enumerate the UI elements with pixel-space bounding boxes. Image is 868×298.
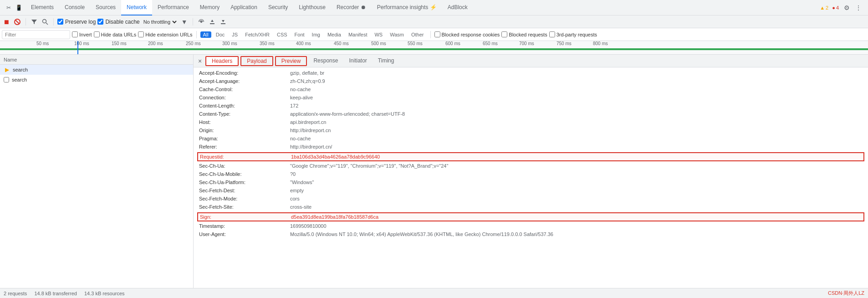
header-name-requestid: Requestid: xyxy=(200,154,291,159)
type-btn-wasm[interactable]: Wasm xyxy=(387,31,407,38)
header-value-user-agent: Mozilla/5.0 (Windows NT 10.0; Win64; x64… xyxy=(290,231,553,237)
third-party-checkbox[interactable]: 3rd-party requests xyxy=(549,31,597,37)
blocked-cookies-checkbox[interactable]: Blocked response cookies xyxy=(434,31,500,37)
detail-tab-response[interactable]: Response xyxy=(308,55,343,67)
hide-extension-urls-checkbox[interactable]: Hide extension URLs xyxy=(138,31,192,37)
tab-sources[interactable]: Sources xyxy=(90,0,121,15)
toolbar: ⏹ Preserve log Disable cache No throttli… xyxy=(0,15,868,28)
separator-2 xyxy=(53,18,54,26)
tab-application[interactable]: Application xyxy=(225,0,263,15)
request-checkbox-2[interactable] xyxy=(4,77,9,82)
header-row-referer: Referer: http://birdreport.cn/ xyxy=(194,143,868,151)
stop-recording-button[interactable]: ⏹ xyxy=(2,17,11,26)
request-name-1: search xyxy=(13,67,28,72)
invert-checkbox[interactable]: Invert xyxy=(72,31,92,37)
header-name-sec-fetch-dest: Sec-Fetch-Dest: xyxy=(199,188,290,193)
close-detail-button[interactable]: × xyxy=(195,57,204,66)
devtools-icon-1[interactable]: ✂ xyxy=(5,4,13,12)
tab-elements[interactable]: Elements xyxy=(26,0,59,15)
type-btn-img[interactable]: Img xyxy=(309,31,323,38)
header-name-cache-control: Cache-Control: xyxy=(199,87,290,92)
header-value-sec-ch-ua: "Google Chrome";v="119", "Chromium";v="1… xyxy=(290,163,448,169)
devtools-icon-2[interactable]: 📱 xyxy=(15,4,23,12)
type-btn-ws[interactable]: WS xyxy=(372,31,385,38)
type-btn-other[interactable]: Other xyxy=(408,31,427,38)
third-party-label: 3rd-party requests xyxy=(557,32,597,37)
filter-input[interactable] xyxy=(2,30,70,39)
tick-800ms: 800 ms xyxy=(593,41,608,46)
type-btn-font[interactable]: Font xyxy=(292,31,307,38)
type-btn-media[interactable]: Media xyxy=(325,31,344,38)
type-btn-js[interactable]: JS xyxy=(229,31,240,38)
header-row-sec-ch-ua: Sec-Ch-Ua: "Google Chrome";v="119", "Chr… xyxy=(194,162,868,170)
watermark: CSDN·周外人LZ xyxy=(828,290,864,296)
requests-count: 2 requests xyxy=(4,291,27,296)
clear-button[interactable] xyxy=(13,17,22,26)
type-btn-manifest[interactable]: Manifest xyxy=(346,31,370,38)
filter-sep xyxy=(196,31,197,38)
type-btn-doc[interactable]: Doc xyxy=(213,31,228,38)
detail-tab-headers[interactable]: Headers xyxy=(205,56,239,66)
devtools-icons: ✂ 📱 xyxy=(2,4,26,12)
type-btn-fetch-xhr[interactable]: Fetch/XHR xyxy=(242,31,272,38)
header-row-user-agent: User-Agent: Mozilla/5.0 (Windows NT 10.0… xyxy=(194,231,868,239)
header-row-accept-language: Accept-Language: zh-CN,zh;q=0.9 xyxy=(194,77,868,86)
tick-50ms: 50 ms xyxy=(36,41,49,46)
detail-tab-preview[interactable]: Preview xyxy=(275,56,307,66)
network-conditions-icon[interactable] xyxy=(197,17,206,26)
header-name-user-agent: User-Agent: xyxy=(199,231,290,237)
timeline-bar-green xyxy=(0,48,868,50)
warning-badge[interactable]: ▲ 2 xyxy=(820,5,828,10)
tab-performance[interactable]: Performance xyxy=(152,0,194,15)
preserve-log-checkbox[interactable]: Preserve log xyxy=(57,19,96,25)
header-row-content-type: Content-Type: application/x-www-form-url… xyxy=(194,110,868,118)
detail-tab-initiator[interactable]: Initiator xyxy=(343,55,372,67)
more-options-icon[interactable]: ⋮ xyxy=(854,4,863,12)
header-name-connection: Connection: xyxy=(199,95,290,100)
tab-recorder[interactable]: Recorder ⏺ xyxy=(331,0,372,15)
detail-tab-payload[interactable]: Payload xyxy=(240,56,273,66)
request-item-1[interactable]: ▶ search xyxy=(0,65,193,75)
detail-tab-timing[interactable]: Timing xyxy=(373,55,400,67)
header-row-sec-fetch-mode: Sec-Fetch-Mode: cors xyxy=(194,195,868,203)
tab-performance-insights[interactable]: Performance insights ⚡ xyxy=(372,0,442,15)
type-btn-css[interactable]: CSS xyxy=(274,31,290,38)
header-name-sec-ch-ua-mobile: Sec-Ch-Ua-Mobile: xyxy=(199,171,290,177)
header-name-content-type: Content-Type: xyxy=(199,111,290,117)
hide-data-urls-checkbox[interactable]: Hide data URLs xyxy=(94,31,137,37)
request-item-2[interactable]: search xyxy=(0,75,193,85)
tab-security[interactable]: Security xyxy=(263,0,293,15)
tab-network[interactable]: Network xyxy=(121,0,152,15)
export-icon[interactable] xyxy=(219,17,228,26)
tab-lighthouse[interactable]: Lighthouse xyxy=(293,0,331,15)
tab-adblock[interactable]: AdBlock xyxy=(442,0,473,15)
search-icon[interactable] xyxy=(41,17,50,26)
throttle-dropdown-icon[interactable]: ▼ xyxy=(180,17,189,26)
tick-750ms: 750 ms xyxy=(557,41,572,46)
header-row-sec-ch-ua-mobile: Sec-Ch-Ua-Mobile: ?0 xyxy=(194,170,868,179)
blocked-requests-label: Blocked requests xyxy=(509,32,547,37)
tab-memory[interactable]: Memory xyxy=(194,0,225,15)
header-name-sec-ch-ua-platform: Sec-Ch-Ua-Platform: xyxy=(199,180,290,185)
error-badge[interactable]: ● 4 xyxy=(832,5,839,10)
separator-3 xyxy=(193,18,193,26)
blocked-requests-checkbox[interactable]: Blocked requests xyxy=(501,31,547,37)
settings-icon[interactable]: ⚙ xyxy=(842,4,851,12)
header-row-accept-encoding: Accept-Encoding: gzip, deflate, br xyxy=(194,69,868,77)
tab-console[interactable]: Console xyxy=(59,0,90,15)
request-list-header: Name xyxy=(0,55,193,65)
filter-icon[interactable] xyxy=(30,17,39,26)
header-name-referer: Referer: xyxy=(199,144,290,149)
timeline-line-blue xyxy=(77,41,78,54)
svg-point-0 xyxy=(43,19,46,23)
request-name-2: search xyxy=(12,77,27,82)
type-btn-all[interactable]: All xyxy=(200,31,211,38)
header-row-content-length: Content-Length: 172 xyxy=(194,102,868,110)
timeline-ruler: 50 ms 100 ms 150 ms 200 ms 250 ms 300 ms… xyxy=(0,41,868,48)
throttle-select[interactable]: No throttling xyxy=(142,19,178,25)
disable-cache-checkbox[interactable]: Disable cache xyxy=(97,19,139,25)
header-row-sec-ch-ua-platform: Sec-Ch-Ua-Platform: "Windows" xyxy=(194,179,868,187)
tick-450ms: 450 ms xyxy=(334,41,349,46)
tick-150ms: 150 ms xyxy=(112,41,127,46)
import-icon[interactable] xyxy=(208,17,217,26)
